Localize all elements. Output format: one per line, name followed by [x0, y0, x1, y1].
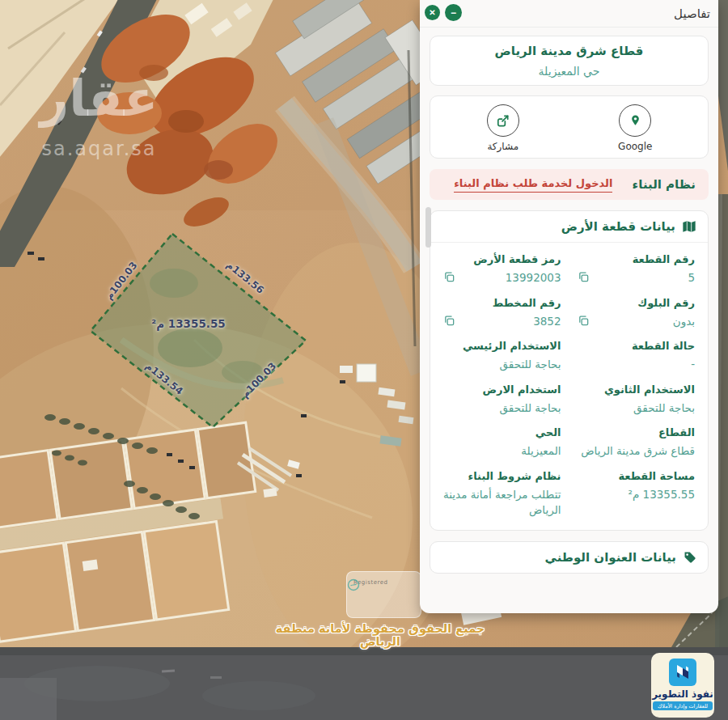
field-building-conditions: نظام شروط البناء تتطلب مراجعة أمانة مدين…	[443, 470, 561, 519]
app-window: عقار sa.aqar.sa 100.03م 133.56م 133.54م …	[0, 0, 728, 720]
copy-icon[interactable]	[443, 271, 455, 286]
national-address-card: بيانات العنوان الوطني	[430, 541, 709, 574]
copy-icon[interactable]	[578, 315, 590, 329]
window-buttons: ✕ −	[425, 4, 462, 21]
field-district: الحي المعيزيلة	[443, 426, 561, 460]
brand-badge[interactable]: نفوذ التطوير للعقارات وإدارة الأملاك	[651, 653, 714, 718]
parcel-area-label: 13355.55 م²	[151, 317, 225, 330]
field-parcel-number: رقم القطعة 5	[578, 253, 696, 286]
national-address-title: بيانات العنوان الوطني	[545, 550, 677, 565]
field-parcel-status: حالة القطعة -	[578, 340, 696, 373]
sector-name: قطاع شرق مدينة الرياض	[438, 44, 700, 58]
copy-icon[interactable]	[443, 315, 455, 329]
registered-watermark: Registered	[346, 571, 421, 618]
parcel-data-card: بيانات قطعة الأرض رقم القطعة 5	[430, 210, 709, 531]
registered-logo-icon	[347, 578, 360, 591]
national-address-header[interactable]: بيانات العنوان الوطني	[430, 542, 708, 573]
panel-title: تفاصيل	[674, 6, 710, 21]
location-card: قطاع شرق مدينة الرياض حي المعيزيلة	[430, 36, 709, 86]
field-main-use: الاستخدام الرئيسي بحاجة للتحقق	[443, 340, 561, 373]
parcel-data-title: بيانات قطعة الأرض	[561, 219, 675, 234]
parcel-data-header[interactable]: بيانات قطعة الأرض	[430, 211, 708, 243]
parcel-fields-grid: رقم القطعة 5 رمز قطعة الأرض	[430, 243, 708, 530]
brand-tagline: للعقارات وإدارة الأملاك	[653, 701, 713, 710]
field-land-use: استخدام الارض بحاجة للتحقق	[443, 383, 561, 417]
field-block-number: رقم البلوك بدون	[578, 297, 696, 330]
map-icon	[682, 219, 696, 234]
details-panel: تفاصيل ✕ − قطاع شرق مدينة الرياض حي المع…	[420, 0, 718, 613]
field-parcel-code: رمز قطعة الأرض 13992003	[443, 253, 561, 286]
share-icon	[487, 104, 519, 137]
brand-name: نفوذ التطوير	[652, 688, 713, 700]
close-button[interactable]: ✕	[425, 5, 440, 20]
minimize-button[interactable]: −	[445, 4, 462, 21]
district-name: حي المعيزيلة	[438, 65, 700, 78]
field-parcel-area: مساحة القطعة 13355.55 م²	[578, 470, 696, 519]
google-maps-icon	[619, 104, 651, 137]
building-system-bar: نظام البناء الدخول لخدمة طلب نظام البناء	[430, 169, 709, 200]
map-copyright-text: جميع الحقوق محفوظة لأمانة منطقة الرياض	[265, 622, 495, 648]
share-button[interactable]: مشاركة	[437, 104, 569, 152]
panel-header: تفاصيل ✕ −	[420, 0, 718, 28]
copy-icon[interactable]	[578, 271, 590, 286]
panel-scrollbar[interactable]	[425, 207, 431, 248]
open-google-maps-button[interactable]: Google	[569, 104, 702, 152]
actions-card: Google مشاركة	[430, 95, 709, 159]
brand-logo-icon	[669, 659, 696, 686]
share-button-label: مشاركة	[487, 141, 518, 152]
field-sector: القطاع قطاع شرق مدينة الرياض	[578, 426, 696, 460]
building-system-label: نظام البناء	[633, 177, 696, 192]
building-system-login-link[interactable]: الدخول لخدمة طلب نظام البناء	[454, 177, 612, 193]
field-secondary-use: الاستخدام الثانوي بحاجة للتحقق	[578, 383, 696, 417]
field-plan-number: رقم المخطط 3852	[443, 297, 561, 330]
tag-icon	[683, 550, 696, 564]
google-button-label: Google	[618, 141, 652, 152]
